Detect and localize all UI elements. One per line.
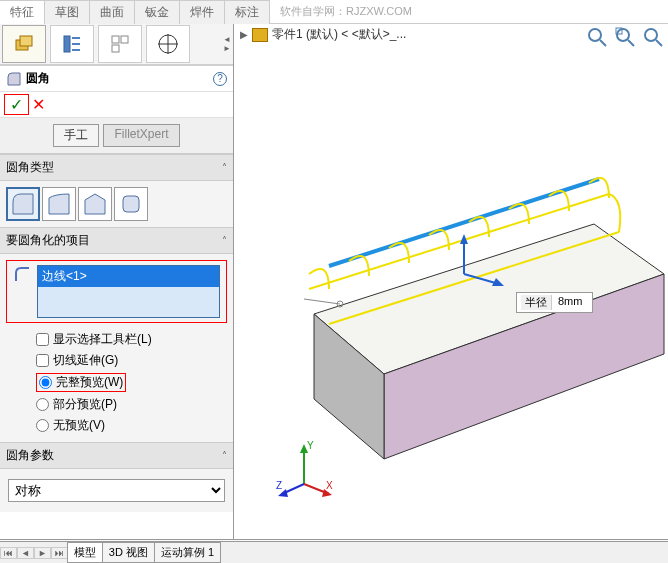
symmetry-select[interactable]: 对称	[8, 479, 225, 502]
svg-point-15	[617, 29, 629, 41]
zoom-fit-icon[interactable]	[586, 26, 608, 48]
manager-tabs: ◄►	[0, 24, 233, 66]
graphics-area[interactable]: ▶ 零件1 (默认) < <默认>_...	[234, 24, 668, 539]
tab-sheetmetal[interactable]: 钣金	[134, 0, 180, 24]
svg-point-13	[589, 29, 601, 41]
face-fillet-button[interactable]	[78, 187, 112, 221]
filletxpert-button[interactable]: FilletXpert	[103, 124, 179, 147]
svg-rect-2	[64, 36, 70, 52]
cancel-button[interactable]: ✕	[29, 95, 48, 114]
command-manager-tabs: 特征 草图 曲面 钣金 焊件 标注 软件自学网：RJZXW.COM	[0, 0, 668, 24]
watermark-text: 软件自学网：RJZXW.COM	[280, 4, 412, 19]
svg-text:X: X	[326, 480, 333, 491]
dimxpert-tab[interactable]	[146, 25, 190, 63]
flyout-tree[interactable]: ▶ 零件1 (默认) < <默认>_...	[240, 26, 406, 43]
nav-last[interactable]: ⏭	[51, 547, 68, 559]
fillet-params-header[interactable]: 圆角参数˄	[0, 442, 233, 469]
svg-rect-7	[121, 36, 128, 43]
items-to-fillet-header[interactable]: 要圆角化的项目˄	[0, 227, 233, 254]
nav-first[interactable]: ⏮	[0, 547, 17, 559]
help-icon[interactable]: ?	[213, 72, 227, 86]
tangent-extend-checkbox[interactable]	[36, 354, 49, 367]
bottom-tabs: ⏮ ◄ ► ⏭ 模型 3D 视图 运动算例 1	[0, 541, 668, 563]
tab-sketch[interactable]: 草图	[44, 0, 90, 24]
svg-text:Y: Y	[307, 440, 314, 451]
feature-header: 圆角 ?	[0, 66, 233, 92]
svg-text:Z: Z	[276, 480, 282, 491]
view-triad[interactable]: Y X Z	[274, 439, 334, 499]
no-preview-radio[interactable]	[36, 419, 49, 432]
fillet-type-header[interactable]: 圆角类型˄	[0, 154, 233, 181]
full-round-button[interactable]	[114, 187, 148, 221]
feature-manager-tab[interactable]	[2, 25, 46, 63]
radius-callout[interactable]: 半径 8mm	[516, 292, 593, 313]
partial-preview-radio[interactable]	[36, 398, 49, 411]
svg-line-16	[628, 40, 634, 46]
tab-surface[interactable]: 曲面	[89, 0, 135, 24]
edge-selection-list[interactable]: 边线<1>	[37, 265, 220, 318]
part-icon	[252, 28, 268, 42]
fillet-icon	[6, 71, 22, 87]
manual-mode-button[interactable]: 手工	[53, 124, 99, 147]
svg-rect-1	[20, 36, 32, 46]
fillet-type-row	[0, 181, 233, 227]
show-toolbar-checkbox[interactable]	[36, 333, 49, 346]
motion-tab[interactable]: 运动算例 1	[154, 542, 221, 563]
svg-line-31	[304, 299, 340, 304]
config-manager-tab[interactable]	[98, 25, 142, 63]
full-preview-radio[interactable]	[39, 376, 52, 389]
confirm-row: ✓ ✕	[0, 92, 233, 118]
svg-point-18	[645, 29, 657, 41]
svg-line-14	[600, 40, 606, 46]
zoom-area-icon[interactable]	[614, 26, 636, 48]
fillet-mode-row: 手工 FilletXpert	[0, 118, 233, 154]
constant-fillet-button[interactable]	[6, 187, 40, 221]
property-manager: ◄► 圆角 ? ✓ ✕ 手工 FilletXpert 圆角类型˄ 要圆角	[0, 24, 234, 539]
svg-line-19	[656, 40, 662, 46]
items-to-fillet-body: 边线<1> 显示选择工具栏(L) 切线延伸(G) 完整预览(W) 部分预览(P)…	[0, 254, 233, 442]
svg-rect-8	[112, 45, 119, 52]
feature-title: 圆角	[26, 70, 50, 87]
tab-feature[interactable]: 特征	[0, 0, 45, 24]
property-manager-tab[interactable]	[50, 25, 94, 63]
variable-fillet-button[interactable]	[42, 187, 76, 221]
tab-weldment[interactable]: 焊件	[179, 0, 225, 24]
nav-next[interactable]: ►	[34, 547, 51, 559]
panel-expand-arrows[interactable]: ◄►	[223, 35, 231, 53]
ok-button[interactable]: ✓	[7, 95, 26, 114]
3dview-tab[interactable]: 3D 视图	[102, 542, 155, 563]
svg-rect-6	[112, 36, 119, 43]
nav-prev[interactable]: ◄	[17, 547, 34, 559]
previous-view-icon[interactable]	[642, 26, 664, 48]
edge-selection-icon	[13, 265, 33, 285]
edge-item[interactable]: 边线<1>	[38, 266, 219, 287]
model-tab[interactable]: 模型	[67, 542, 103, 563]
svg-rect-12	[123, 196, 139, 212]
tab-annotation[interactable]: 标注	[224, 0, 270, 24]
